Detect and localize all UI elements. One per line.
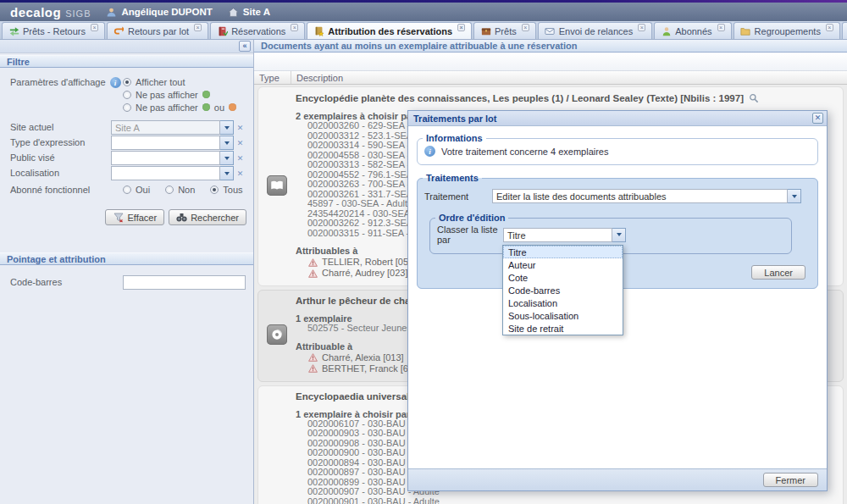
tab-abonnes[interactable]: Abonnés (654, 22, 731, 39)
warning-icon (307, 363, 318, 374)
binoculars-icon (176, 212, 187, 223)
informations-fieldset: Informations i Votre traitement concerne… (417, 133, 818, 165)
clear-field-icon[interactable]: ✕ (234, 154, 246, 163)
sort-order-select[interactable]: Titre (503, 228, 626, 242)
filter-section-header: Filtre (0, 55, 253, 68)
book-icon (267, 175, 287, 196)
type-expression-select[interactable] (111, 136, 234, 150)
main-toolbar (254, 53, 847, 71)
dropdown-option-site-de-retrait[interactable]: Site de retrait (503, 322, 623, 335)
dropdown-option-auteur[interactable]: Auteur (503, 258, 623, 271)
chevron-down-icon[interactable] (220, 136, 234, 150)
tab-prets-retours[interactable]: Prêts - Retours (2, 22, 105, 39)
radio-button[interactable] (165, 186, 174, 194)
radio-afficher-tout[interactable]: Afficher tout (123, 75, 246, 88)
radio-tous[interactable]: Tous (210, 183, 242, 196)
dropdown-option-code-barres[interactable]: Code-barres (503, 284, 623, 296)
info-icon: i (424, 146, 435, 157)
chevron-down-icon[interactable] (220, 151, 234, 165)
app-logo: decalog SIGB (10, 5, 91, 19)
batch-return-arrow-icon (113, 25, 125, 36)
tab-retours-par-lot[interactable]: Retours par lot (107, 22, 208, 39)
tab-prets[interactable]: Prêts (473, 22, 536, 39)
logo-text: decalog (10, 5, 61, 19)
tab-label: Prêts - Retours (23, 26, 86, 36)
magnifier-icon[interactable] (749, 92, 760, 103)
radio-button[interactable] (123, 186, 131, 194)
radio-button[interactable] (210, 186, 219, 194)
site-name: Site A (243, 7, 270, 17)
radio-ne-pas-afficher-2[interactable]: Ne pas afficher ou (123, 101, 246, 114)
tab-reservations[interactable]: Réservations (210, 22, 305, 39)
field-row-type-expression: Type d'expression ✕ (10, 136, 246, 150)
barcode-input[interactable] (123, 275, 246, 290)
close-icon[interactable] (717, 24, 725, 31)
localisation-select[interactable] (111, 166, 234, 180)
traitement-select[interactable]: Editer la liste des documents attribuabl… (492, 189, 801, 203)
column-header-type[interactable]: Type (254, 71, 291, 84)
radio-button[interactable] (123, 78, 131, 86)
field-row-localisation: Localisation ✕ (10, 166, 246, 180)
field-row-public-vise: Public visé ✕ (10, 151, 246, 165)
envelope-icon (545, 25, 556, 36)
chevron-down-icon[interactable] (220, 120, 234, 135)
tab-attribution-des-reservations[interactable]: Attribution des réservations (307, 22, 472, 39)
radio-ne-pas-afficher-1[interactable]: Ne pas afficher (123, 88, 246, 101)
clear-field-icon[interactable]: ✕ (234, 124, 246, 132)
green-status-dot (202, 103, 210, 111)
radio-button[interactable] (123, 103, 131, 112)
chevron-down-icon[interactable] (220, 166, 234, 180)
tab-label: Abonnés (675, 26, 711, 36)
localisation-value (111, 166, 220, 180)
warning-icon (307, 257, 318, 268)
app: decalog SIGB Angélique DUPONT Site A Prê… (0, 0, 847, 504)
cd-icon (267, 324, 287, 345)
tab-bar: Prêts - Retours Retours par lot Réservat… (0, 21, 847, 40)
chevron-down-icon[interactable] (788, 189, 801, 203)
launch-button[interactable]: Lancer (751, 265, 805, 280)
dropdown-option-sous-localisation[interactable]: Sous-localisation (503, 309, 623, 322)
dropdown-option-localisation[interactable]: Localisation (503, 296, 623, 309)
close-icon[interactable] (638, 24, 645, 31)
public-vise-select[interactable] (111, 151, 234, 165)
close-icon[interactable]: ✕ (812, 113, 823, 124)
close-icon[interactable] (91, 24, 98, 31)
dropdown-option-cote[interactable]: Cote (503, 271, 623, 284)
close-icon[interactable] (522, 24, 529, 31)
chevron-down-icon[interactable] (612, 228, 626, 242)
reservation-book-icon (217, 25, 228, 36)
close-icon[interactable] (194, 24, 202, 31)
radio-non[interactable]: Non (165, 183, 195, 196)
tab-dettes-reglements[interactable]: Dettes & Règlements (842, 22, 847, 39)
dialog-title-bar[interactable]: Traitements par lot ✕ (408, 111, 827, 126)
search-button[interactable]: Rechercher (169, 209, 246, 225)
logo-suffix: SIGB (65, 8, 91, 19)
current-user[interactable]: Angélique DUPONT (106, 7, 212, 18)
user-icon (106, 7, 117, 18)
document-title: Encyclopédie planète des connaissances, … (296, 93, 744, 103)
clear-field-icon[interactable]: ✕ (234, 169, 246, 178)
sort-order-select-value: Titre (503, 228, 612, 242)
radio-oui[interactable]: Oui (123, 183, 150, 196)
tab-label: Prêts (495, 26, 517, 36)
close-icon[interactable] (826, 24, 833, 31)
close-dialog-button[interactable]: Fermer (763, 473, 818, 487)
collapse-sidebar-button[interactable]: « (239, 41, 251, 52)
tab-regroupements[interactable]: Regroupements (734, 22, 840, 39)
exemplaire-line: 0020000901 - 030-BAU - Adulte (307, 497, 838, 504)
classer-liste-label: Classer la liste par (437, 224, 503, 245)
dropdown-option-titre[interactable]: Titre (503, 246, 623, 258)
site-select[interactable]: Site A (111, 120, 234, 135)
green-status-dot (202, 91, 210, 98)
clear-field-icon[interactable]: ✕ (234, 139, 246, 147)
close-icon[interactable] (291, 24, 298, 31)
close-icon[interactable] (457, 24, 465, 31)
orange-status-dot (229, 103, 236, 111)
clear-filters-button[interactable]: Effacer (105, 209, 164, 225)
warning-icon (307, 268, 318, 279)
current-site[interactable]: Site A (228, 7, 270, 18)
tab-envoi-de-relances[interactable]: Envoi de relances (538, 22, 652, 39)
column-header-description[interactable]: Description (291, 71, 343, 84)
radio-button[interactable] (123, 91, 131, 99)
public-vise-value (111, 151, 220, 165)
